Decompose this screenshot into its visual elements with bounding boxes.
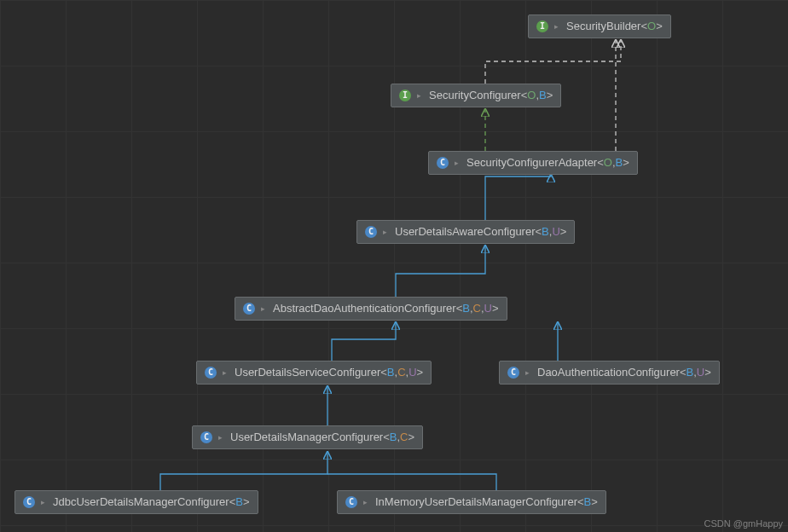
node-user-details-manager-configurer[interactable]: C ▸ UserDetailsManagerConfigurer <B, C> [192, 425, 423, 449]
modifier-icon: ▸ [523, 368, 531, 377]
class-name: SecurityConfigurerAdapter [466, 155, 597, 171]
node-jdbc-configurer[interactable]: C ▸ JdbcUserDetailsManagerConfigurer <B> [14, 490, 258, 514]
class-name: DaoAuthenticationConfigurer [537, 365, 680, 380]
class-icon: C [200, 431, 212, 443]
interface-icon: I [536, 20, 548, 32]
class-name: UserDetailsAwareConfigurer [395, 224, 536, 240]
node-security-configurer[interactable]: I ▸ SecurityConfigurer <O, B> [391, 84, 561, 107]
class-name: SecurityBuilder [566, 19, 640, 34]
class-icon: C [23, 496, 35, 508]
node-abstract-dao-auth-configurer[interactable]: C ▸ AbstractDaoAuthenticationConfigurer … [235, 297, 507, 321]
class-name: UserDetailsServiceConfigurer [235, 365, 380, 380]
class-icon: C [205, 367, 217, 379]
node-security-builder[interactable]: I ▸ SecurityBuilder <O> [528, 14, 671, 38]
node-dao-authentication-configurer[interactable]: C ▸ DaoAuthenticationConfigurer <B, U> [499, 361, 720, 385]
abstract-class-icon: C [243, 303, 255, 315]
modifier-icon: ▸ [258, 304, 267, 313]
modifier-icon: ▸ [361, 498, 369, 506]
node-in-memory-configurer[interactable]: C ▸ InMemoryUserDetailsManagerConfigurer… [337, 490, 606, 514]
class-name: AbstractDaoAuthenticationConfigurer [273, 301, 456, 316]
modifier-icon: ▸ [216, 433, 224, 442]
node-user-details-aware-configurer[interactable]: C ▸ UserDetailsAwareConfigurer <B, U> [356, 220, 575, 244]
node-user-details-service-configurer[interactable]: C ▸ UserDetailsServiceConfigurer <B, C, … [196, 361, 432, 385]
class-name: UserDetailsManagerConfigurer [230, 430, 383, 445]
watermark: CSDN @gmHappy [704, 518, 783, 529]
modifier-icon: ▸ [220, 368, 229, 377]
interface-icon: I [399, 90, 411, 101]
modifier-icon: ▸ [38, 498, 47, 506]
diagram-canvas[interactable]: I ▸ SecurityBuilder <O> I ▸ SecurityConf… [0, 0, 788, 532]
modifier-icon: ▸ [380, 228, 389, 236]
class-name: SecurityConfigurer [429, 88, 521, 103]
class-icon: C [345, 496, 357, 508]
abstract-class-icon: C [437, 157, 449, 169]
node-security-configurer-adapter[interactable]: C ▸ SecurityConfigurerAdapter <O, B> [428, 151, 638, 175]
modifier-icon: ▸ [552, 22, 560, 31]
class-name: InMemoryUserDetailsManagerConfigurer [375, 494, 577, 510]
class-name: JdbcUserDetailsManagerConfigurer [53, 494, 229, 510]
modifier-icon: ▸ [414, 91, 423, 100]
modifier-icon: ▸ [452, 159, 461, 167]
connector-lines [0, 0, 788, 532]
class-icon: C [507, 367, 519, 379]
abstract-class-icon: C [365, 226, 377, 238]
